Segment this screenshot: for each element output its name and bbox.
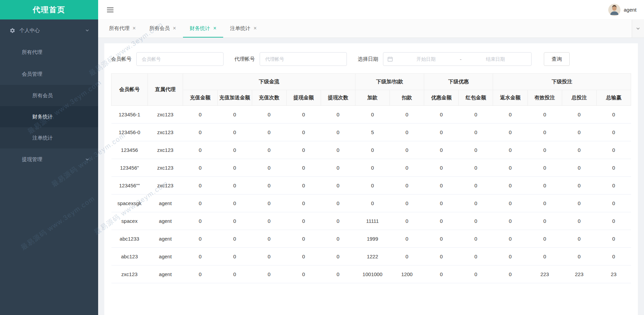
value-cell: 0 xyxy=(321,266,355,283)
sidebar-item-label: 提现管理 xyxy=(22,156,42,163)
direct-agent-cell: zxc123 xyxy=(148,106,183,124)
direct-agent-cell: zxc123 xyxy=(148,159,183,177)
tab-bet-stats[interactable]: 注单统计× xyxy=(223,20,263,38)
tabbar: 所有代理×所有会员×财务统计×注单统计× xyxy=(98,19,644,38)
table-row: spacexagent00000111110000000 xyxy=(111,212,631,230)
table-row: abc1233agent0000019990000000 xyxy=(111,230,631,248)
table-body: 123456-1zxc1230000000000000123456-0zxc12… xyxy=(111,106,631,283)
value-cell: 0 xyxy=(252,124,286,141)
direct-agent-cell: agent xyxy=(148,230,183,248)
column-header: 提现金额 xyxy=(286,90,321,106)
tab-label: 所有代理 xyxy=(109,25,129,32)
value-cell: 0 xyxy=(217,248,252,266)
value-cell: 0 xyxy=(286,212,321,230)
value-cell: 0 xyxy=(252,248,286,266)
tab-close-icon[interactable]: × xyxy=(254,26,257,31)
value-cell: 0 xyxy=(527,248,562,266)
member-account-label: 会员帐号 xyxy=(111,56,132,62)
column-group-header: 下级投注 xyxy=(493,74,631,90)
value-cell: 0 xyxy=(493,230,527,248)
sidebar-item-label: 所有会员 xyxy=(32,92,53,99)
value-cell: 0 xyxy=(390,195,424,212)
value-cell: 5 xyxy=(355,124,390,141)
member-account-cell: 123456"" xyxy=(111,177,148,195)
agent-account-input[interactable] xyxy=(260,52,347,66)
tab-all-agents[interactable]: 所有代理× xyxy=(102,20,142,38)
value-cell: 0 xyxy=(252,266,286,283)
chevron-down-icon xyxy=(636,26,640,32)
value-cell: 0 xyxy=(596,212,631,230)
sidebar-item-all-members[interactable]: 所有会员 xyxy=(0,85,98,106)
member-account-cell: zxc123 xyxy=(111,266,148,283)
value-cell: 0 xyxy=(459,106,493,124)
agent-account-group: 代理帐号 xyxy=(234,52,347,66)
value-cell: 0 xyxy=(217,141,252,159)
value-cell: 223 xyxy=(527,266,562,283)
direct-agent-cell: zxc123 xyxy=(148,124,183,141)
value-cell: 0 xyxy=(286,106,321,124)
value-cell: 0 xyxy=(217,195,252,212)
value-cell: 0 xyxy=(183,106,217,124)
tab-close-icon[interactable]: × xyxy=(213,26,216,31)
value-cell: 0 xyxy=(596,159,631,177)
sidebar: 代理首页 个人中心所有代理会员管理所有会员财务统计注单统计提现管理 xyxy=(0,0,98,315)
value-cell: 0 xyxy=(183,159,217,177)
value-cell: 0 xyxy=(286,124,321,141)
value-cell: 0 xyxy=(252,230,286,248)
column-header: 会员帐号 xyxy=(111,74,148,106)
value-cell: 0 xyxy=(596,141,631,159)
sidebar-item-finance-stats[interactable]: 财务统计 xyxy=(0,106,98,127)
value-cell: 0 xyxy=(459,159,493,177)
column-header: 总投注 xyxy=(562,90,596,106)
end-date-input[interactable] xyxy=(464,56,527,62)
direct-agent-cell: agent xyxy=(148,248,183,266)
table-row: 123456""zxc1230000000000000 xyxy=(111,177,631,195)
sidebar-item-label: 会员管理 xyxy=(22,71,42,77)
direct-agent-cell: agent xyxy=(148,212,183,230)
sidebar-item-personal-center[interactable]: 个人中心 xyxy=(0,19,98,41)
column-header: 充值次数 xyxy=(252,90,286,106)
value-cell: 0 xyxy=(493,177,527,195)
member-account-cell: abc1233 xyxy=(111,230,148,248)
value-cell: 0 xyxy=(286,141,321,159)
hamburger-menu-icon[interactable] xyxy=(106,4,115,16)
value-cell: 0 xyxy=(286,177,321,195)
tab-close-icon[interactable]: × xyxy=(173,26,176,31)
tab-close-icon[interactable]: × xyxy=(133,26,136,31)
sidebar-item-bet-stats[interactable]: 注单统计 xyxy=(0,127,98,148)
column-header: 直属代理 xyxy=(148,74,183,106)
tabs-overflow-button[interactable] xyxy=(632,20,644,38)
user-menu[interactable]: agent xyxy=(608,4,637,16)
value-cell: 0 xyxy=(252,195,286,212)
sidebar-item-all-agents[interactable]: 所有代理 xyxy=(0,41,98,63)
table-row: 123456zxc1230000000000000 xyxy=(111,141,631,159)
start-date-input[interactable] xyxy=(394,56,458,62)
date-range-picker[interactable]: - xyxy=(383,52,532,66)
direct-agent-cell: zxc123 xyxy=(148,177,183,195)
value-cell: 0 xyxy=(527,124,562,141)
tab-all-members[interactable]: 所有会员× xyxy=(142,20,183,38)
member-account-cell: abc123 xyxy=(111,248,148,266)
direct-agent-cell: agent xyxy=(148,266,183,283)
value-cell: 0 xyxy=(321,124,355,141)
member-account-input[interactable] xyxy=(136,52,224,66)
tab-finance-stats[interactable]: 财务统计× xyxy=(183,20,223,38)
value-cell: 223 xyxy=(562,266,596,283)
value-cell: 0 xyxy=(286,195,321,212)
value-cell: 0 xyxy=(493,266,527,283)
sidebar-item-label: 财务统计 xyxy=(32,114,53,120)
query-button[interactable]: 查询 xyxy=(544,52,570,66)
finance-stats-table: 会员帐号直属代理下级金流下级加/扣款下级优惠下级投注充值金额充值加送金额充值次数… xyxy=(111,73,631,283)
value-cell: 0 xyxy=(527,159,562,177)
sidebar-item-withdrawal-management[interactable]: 提现管理 xyxy=(0,148,98,170)
sidebar-item-label: 所有代理 xyxy=(22,49,42,56)
value-cell: 0 xyxy=(217,177,252,195)
value-cell: 0 xyxy=(562,248,596,266)
value-cell: 0 xyxy=(493,212,527,230)
column-header: 有效投注 xyxy=(527,90,562,106)
sidebar-item-member-management[interactable]: 会员管理 xyxy=(0,63,98,85)
value-cell: 0 xyxy=(596,230,631,248)
value-cell: 0 xyxy=(390,177,424,195)
value-cell: 0 xyxy=(183,266,217,283)
value-cell: 1200 xyxy=(390,266,424,283)
